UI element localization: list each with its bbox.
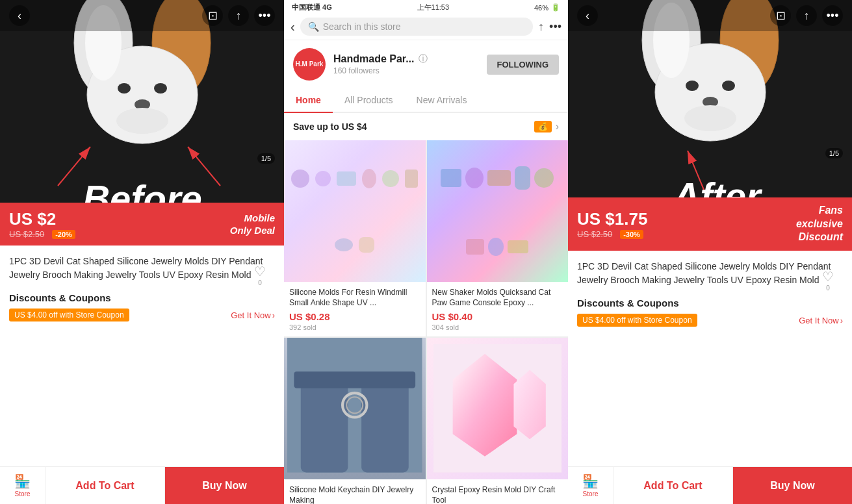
center-product-card-1[interactable]: Silicone Molds For Resin Windmill Small … — [284, 140, 426, 336]
left-price-bar: US $2 US $2.50 -20% MobileOnly Deal — [0, 203, 284, 246]
center-store-avatar: H.M Park — [293, 48, 326, 81]
right-store-button[interactable]: 🏪 Store — [568, 467, 613, 504]
right-top-bar: ‹ ⊡ ↑ ••• — [568, 0, 852, 31]
center-search-placeholder: Search in this store — [323, 21, 401, 32]
left-panel: ‹ ⊡ ↑ ••• — [0, 0, 284, 504]
right-discount-badge: -30% — [620, 230, 643, 239]
center-store-header: H.M Park Handmade Par... ⓘ 160 followers… — [284, 40, 568, 88]
before-label: Before — [83, 177, 202, 203]
left-product-info: 1PC 3D Devil Cat Shaped Silicone Jewelry… — [0, 246, 284, 466]
right-chevron-icon: › — [840, 316, 843, 325]
center-battery-level: 46% — [534, 4, 549, 12]
center-product-info-3: Silicone Mold Keychain DIY Jewelry Makin… — [284, 479, 426, 504]
left-price-sub: US $2.50 -20% — [9, 229, 75, 239]
svg-point-26 — [722, 81, 735, 91]
right-get-it-now[interactable]: Get It Now › — [799, 316, 843, 325]
center-tab-new-arrivals[interactable]: New Arrivals — [405, 88, 479, 112]
left-cart-icon[interactable]: ⊡ — [202, 5, 223, 26]
center-product-info-1: Silicone Molds For Resin Windmill Small … — [284, 282, 426, 337]
after-label: After — [671, 175, 763, 197]
center-product-info-2: New Shaker Molds Quicksand Cat Paw Game … — [427, 282, 569, 337]
right-more-icon[interactable]: ••• — [822, 5, 843, 26]
center-store-info: Handmade Par... ⓘ 160 followers — [333, 53, 479, 75]
left-product-info-inner: 1PC 3D Devil Cat Shaped Silicone Jewelry… — [9, 255, 275, 321]
left-back-button[interactable]: ‹ — [9, 5, 30, 26]
center-status-right: 46% 🔋 — [534, 3, 560, 12]
svg-marker-20 — [513, 370, 545, 440]
center-promo-right: 💰 › — [534, 121, 559, 132]
right-store-label: Store — [583, 490, 599, 498]
right-deal-label: FansexclusiveDiscount — [796, 204, 843, 244]
center-product-price-2: US $0.40 — [432, 311, 563, 322]
right-store-icon: 🏪 — [582, 473, 599, 489]
left-buy-now-button[interactable]: Buy Now — [165, 467, 284, 504]
center-top-bar: ‹ 🔍 Search in this store ↑ ••• — [284, 14, 568, 40]
center-following-button[interactable]: FOLLOWING — [487, 55, 559, 75]
center-promo-chevron[interactable]: › — [556, 121, 559, 132]
right-wishlist-count: 0 — [826, 284, 830, 292]
right-price-original: US $2.50 — [577, 229, 612, 239]
left-add-to-cart-button[interactable]: Add To Cart — [45, 467, 165, 504]
right-top-actions: ⊡ ↑ ••• — [770, 5, 843, 26]
left-price-main: US $2 — [9, 209, 75, 229]
right-product-title: 1PC 3D Devil Cat Shaped Silicone Jewelry… — [577, 260, 843, 287]
center-tab-all-products[interactable]: All Products — [333, 88, 405, 112]
left-top-actions: ⊡ ↑ ••• — [202, 5, 275, 26]
right-back-button[interactable]: ‹ — [577, 5, 598, 26]
left-price-original: US $2.50 — [9, 229, 44, 239]
right-buy-now-button[interactable]: Buy Now — [733, 467, 852, 504]
left-store-button[interactable]: 🏪 Store — [0, 467, 45, 504]
svg-rect-15 — [294, 372, 415, 388]
svg-point-5 — [154, 83, 167, 94]
left-deal-label: MobileOnly Deal — [230, 212, 275, 237]
center-product-thumb-2 — [427, 140, 569, 282]
center-product-title-4: Crystal Epoxy Resin Mold DIY Craft Tool — [432, 485, 563, 504]
center-time: 上午11:53 — [417, 3, 450, 12]
right-share-icon[interactable]: ↑ — [796, 5, 817, 26]
center-product-price-1: US $0.28 — [289, 311, 420, 322]
left-price-left: US $2 US $2.50 -20% — [9, 209, 75, 239]
center-search-icon: 🔍 — [308, 21, 319, 32]
left-wishlist-button[interactable]: ♡ 0 — [254, 264, 266, 286]
center-product-card-3[interactable]: Silicone Mold Keychain DIY Jewelry Makin… — [284, 338, 426, 504]
center-more-button[interactable]: ••• — [549, 20, 562, 34]
right-wishlist-button[interactable]: ♡ 0 — [822, 269, 834, 292]
right-price-bar: US $1.75 US $2.50 -30% FansexclusiveDisc… — [568, 197, 852, 251]
right-heart-icon: ♡ — [822, 269, 834, 284]
center-store-name: Handmade Par... — [333, 53, 415, 65]
right-add-to-cart-button[interactable]: Add To Cart — [613, 467, 733, 504]
center-search-box[interactable]: 🔍 Search in this store — [300, 18, 533, 36]
right-discounts-title: Discounts & Coupons — [577, 297, 843, 309]
svg-point-4 — [118, 83, 131, 94]
right-coupon-badge: US $4.00 off with Store Coupon — [577, 314, 697, 327]
left-store-label: Store — [15, 490, 31, 498]
left-get-it-now[interactable]: Get It Now › — [231, 310, 275, 320]
center-store-name-row: Handmade Par... ⓘ — [333, 53, 479, 65]
center-back-button[interactable]: ‹ — [290, 19, 295, 34]
svg-rect-13 — [301, 378, 348, 472]
right-price-sub: US $2.50 -30% — [577, 229, 647, 239]
center-followers: 160 followers — [333, 66, 479, 75]
right-cart-icon[interactable]: ⊡ — [770, 5, 791, 26]
right-price-left: US $1.75 US $2.50 -30% — [577, 209, 647, 239]
left-page-indicator: 1/5 — [257, 153, 275, 164]
left-action-bar: 🏪 Store Add To Cart Buy Now — [0, 466, 284, 504]
svg-point-28 — [684, 105, 736, 131]
center-product-info-4: Crystal Epoxy Resin Mold DIY Craft Tool … — [427, 479, 569, 504]
center-product-title-1: Silicone Molds For Resin Windmill Small … — [289, 287, 420, 309]
center-product-card-2[interactable]: New Shaker Molds Quicksand Cat Paw Game … — [427, 140, 569, 336]
center-tab-home[interactable]: Home — [284, 88, 333, 112]
center-share-button[interactable]: ↑ — [538, 20, 544, 34]
right-action-bar: 🏪 Store Add To Cart Buy Now — [568, 466, 852, 504]
left-more-icon[interactable]: ••• — [254, 5, 275, 26]
center-store-tabs: Home All Products New Arrivals — [284, 88, 568, 113]
left-coupon-row: US $4.00 off with Store Coupon Get It No… — [9, 309, 275, 321]
center-info-icon: ⓘ — [419, 53, 428, 65]
svg-rect-14 — [361, 378, 409, 472]
center-crystal-svg — [433, 344, 562, 473]
svg-point-25 — [686, 81, 699, 91]
center-product-thumb-1 — [284, 140, 426, 282]
center-product-card-4[interactable]: Crystal Epoxy Resin Mold DIY Craft Tool … — [427, 338, 569, 504]
right-price-main: US $1.75 — [577, 209, 647, 229]
left-share-icon[interactable]: ↑ — [228, 5, 249, 26]
